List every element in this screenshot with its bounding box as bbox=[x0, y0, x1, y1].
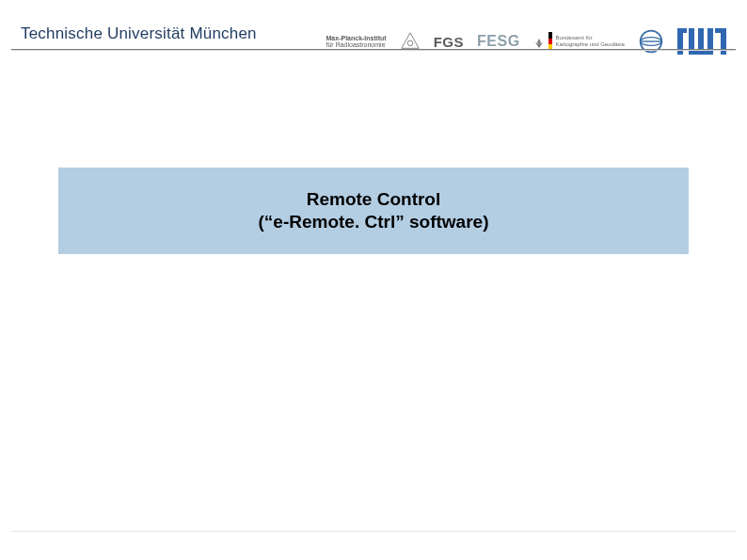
bkg-logo: Bundesamt für Kartographie und Geodäsie bbox=[533, 32, 625, 51]
university-name: Technische Universität München bbox=[21, 24, 257, 43]
footer-divider bbox=[11, 531, 736, 532]
bkg-text: Bundesamt für Kartographie und Geodäsie bbox=[556, 35, 625, 47]
title-box: Remote Control (“e-Remote. Ctrl” softwar… bbox=[58, 168, 689, 254]
flag-icon bbox=[548, 32, 552, 51]
mpi-logo-line1: Max-Planck-Institut bbox=[326, 35, 387, 41]
slide: Technische Universität München Max-Planc… bbox=[0, 0, 747, 560]
title-line-1: Remote Control bbox=[307, 189, 441, 210]
header-sub-divider bbox=[11, 50, 736, 51]
title-line-2: (“e-Remote. Ctrl” software) bbox=[259, 212, 489, 232]
eagle-icon bbox=[533, 36, 545, 47]
slide-header: Technische Universität München Max-Planc… bbox=[0, 15, 747, 62]
svg-point-1 bbox=[407, 40, 413, 46]
mpi-logo: Max-Planck-Institut für Radioastronomie bbox=[326, 35, 387, 49]
bkg-line2: Kartographie und Geodäsie bbox=[556, 41, 625, 48]
bkg-line1: Bundesamt für bbox=[556, 35, 625, 41]
fesg-logo: FESG bbox=[477, 33, 520, 50]
fgs-logo: FGS bbox=[434, 34, 464, 50]
mpi-logo-line2: für Radioastronomie bbox=[326, 41, 386, 48]
